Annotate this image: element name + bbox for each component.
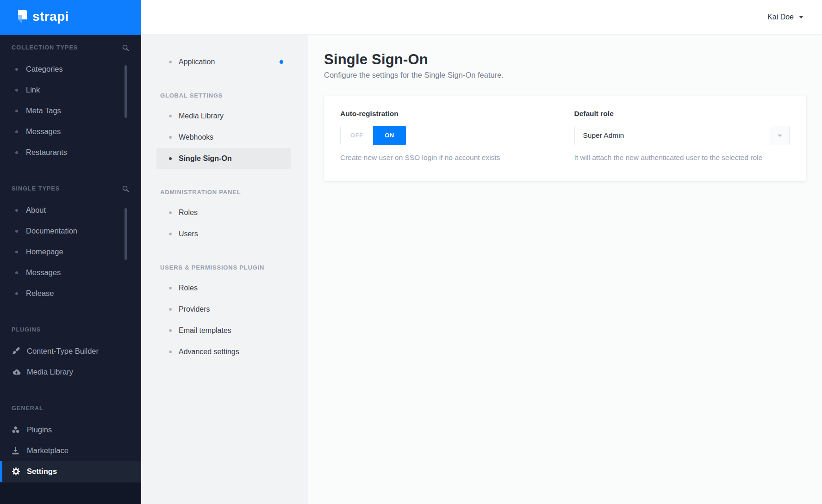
settings-nav-item-advanced-settings[interactable]: Advanced settings <box>156 341 291 363</box>
chevron-down-icon <box>799 16 803 18</box>
paintbrush-icon <box>12 347 21 355</box>
sidebar-footer <box>0 483 141 504</box>
search-icon[interactable] <box>122 44 129 51</box>
sidebar-item-messages-single[interactable]: Messages <box>0 262 141 283</box>
section-collection-types: COLLECTION TYPES Categories Link Meta Ta… <box>0 42 141 163</box>
settings-nav-item-webhooks[interactable]: Webhooks <box>156 127 291 148</box>
sidebar-item-settings[interactable]: Settings <box>0 461 141 482</box>
sidebar-item-categories[interactable]: Categories <box>0 59 141 80</box>
gear-icon <box>12 467 21 475</box>
bullet-icon <box>169 308 172 311</box>
settings-nav-item-application[interactable]: Application <box>156 51 291 73</box>
bullet-icon <box>169 287 172 289</box>
strapi-flag-icon <box>14 10 27 25</box>
sidebar-item-documentation[interactable]: Documentation <box>0 221 141 241</box>
default-role-value: Super Admin <box>583 131 624 140</box>
settings-nav-item-roles-up[interactable]: Roles <box>156 277 291 299</box>
settings-nav-item-single-sign-on[interactable]: Single Sign-On <box>156 148 291 169</box>
section-title: SINGLE TYPES <box>12 185 60 192</box>
bullet-icon <box>15 251 18 253</box>
app-window: strapi COLLECTION TYPES Categories Link … <box>0 0 822 504</box>
bullet-icon <box>15 292 18 295</box>
page-subtitle: Configure the settings for the Single Si… <box>324 71 822 80</box>
settings-nav-item-roles-admin[interactable]: Roles <box>156 202 291 223</box>
default-role-field: Default role Super Admin It will attach … <box>574 110 790 181</box>
main-content: Single Sign-On Configure the settings fo… <box>308 35 822 504</box>
settings-nav-item-providers[interactable]: Providers <box>156 299 291 320</box>
bullet-icon <box>169 136 172 139</box>
bullet-icon <box>169 157 172 160</box>
sidebar-item-link[interactable]: Link <box>0 80 141 100</box>
bullet-icon <box>169 329 172 332</box>
main-sidebar: strapi COLLECTION TYPES Categories Link … <box>0 0 141 504</box>
default-role-hint: It will attach the new authenticated use… <box>574 154 790 162</box>
cloud-upload-icon <box>12 369 21 375</box>
bullet-icon <box>15 89 18 92</box>
bullet-icon <box>15 130 18 133</box>
bullet-icon <box>169 233 172 235</box>
sidebar-item-release[interactable]: Release <box>0 283 141 304</box>
bullet-icon <box>15 271 18 274</box>
bullet-icon <box>15 68 18 71</box>
auto-registration-hint: Create new user on SSO login if no accou… <box>340 154 556 162</box>
sidebar-item-messages[interactable]: Messages <box>0 121 141 142</box>
sidebar-item-homepage[interactable]: Homepage <box>0 241 141 262</box>
bullet-icon <box>15 230 18 233</box>
sidebar-item-meta-tags[interactable]: Meta Tags <box>0 100 141 121</box>
sso-settings-card: Auto-registration OFF ON Create new user… <box>324 96 806 181</box>
bullet-icon <box>15 209 18 212</box>
page-title: Single Sign-On <box>324 51 822 68</box>
settings-nav-section-global: GLOBAL SETTINGS Media Library Webhooks S… <box>141 90 308 169</box>
bullet-icon <box>169 61 172 63</box>
toggle-on-button[interactable]: ON <box>373 126 406 145</box>
sidebar-item-restaurants[interactable]: Restaurants <box>0 142 141 163</box>
chevron-down-icon <box>778 135 782 137</box>
bullet-icon <box>169 350 172 353</box>
section-title: ADMINISTRATION PANEL <box>160 187 308 197</box>
settings-nav-item-email-templates[interactable]: Email templates <box>156 320 291 341</box>
default-role-select[interactable]: Super Admin <box>574 126 790 145</box>
sidebar-item-media-library[interactable]: Media Library <box>0 362 141 382</box>
select-caret-zone <box>770 126 789 145</box>
section-single-types: SINGLE TYPES About Documentation Homepag… <box>0 183 141 304</box>
sidebar-menu: COLLECTION TYPES Categories Link Meta Ta… <box>0 35 141 483</box>
section-title: USERS & PERMISSIONS PLUGIN <box>160 262 308 272</box>
auto-registration-field: Auto-registration OFF ON Create new user… <box>340 110 556 181</box>
bullet-icon <box>169 115 172 117</box>
section-title: PLUGINS <box>12 326 41 333</box>
download-icon <box>12 447 21 455</box>
default-role-label: Default role <box>574 110 790 118</box>
section-title: GLOBAL SETTINGS <box>160 90 308 100</box>
notification-dot <box>280 60 283 64</box>
cubes-icon <box>12 426 21 433</box>
bullet-icon <box>15 151 18 154</box>
settings-nav-item-media-library[interactable]: Media Library <box>156 105 291 127</box>
user-name: Kai Doe <box>767 13 794 21</box>
section-general: GENERAL Plugins Marketplace <box>0 403 141 482</box>
user-menu[interactable]: Kai Doe <box>767 13 803 21</box>
logo-wordmark: strapi <box>32 9 69 24</box>
sidebar-scrollbar[interactable] <box>125 208 127 260</box>
sidebar-item-plugins[interactable]: Plugins <box>0 419 141 440</box>
auto-registration-toggle: OFF ON <box>340 126 406 145</box>
bullet-icon <box>15 110 18 112</box>
section-plugins: PLUGINS Content-Type Builder Media Libra… <box>0 324 141 382</box>
section-title: COLLECTION TYPES <box>12 44 78 51</box>
auto-registration-label: Auto-registration <box>340 110 556 118</box>
toggle-off-button[interactable]: OFF <box>341 126 373 145</box>
bullet-icon <box>169 211 172 214</box>
topbar: Kai Doe <box>141 0 822 35</box>
settings-nav-item-users[interactable]: Users <box>156 223 291 245</box>
search-icon[interactable] <box>122 185 129 192</box>
sidebar-item-about[interactable]: About <box>0 200 141 221</box>
sidebar-item-marketplace[interactable]: Marketplace <box>0 440 141 461</box>
sidebar-item-content-type-builder[interactable]: Content-Type Builder <box>0 341 141 362</box>
sidebar-scrollbar[interactable] <box>125 65 127 118</box>
strapi-logo[interactable]: strapi <box>0 0 141 35</box>
settings-nav-section-admin-panel: ADMINISTRATION PANEL Roles Users <box>141 187 308 245</box>
settings-nav-section-users-permissions: USERS & PERMISSIONS PLUGIN Roles Provide… <box>141 262 308 363</box>
section-title: GENERAL <box>12 405 44 412</box>
settings-nav: Application GLOBAL SETTINGS Media Librar… <box>141 35 308 504</box>
